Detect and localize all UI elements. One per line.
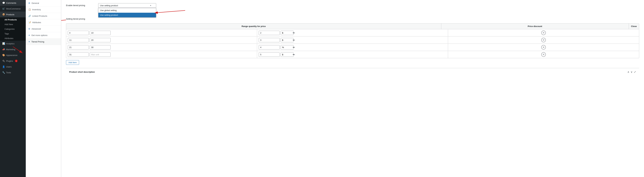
currency-wrapper-3: $ % ▾	[280, 45, 295, 49]
close-button-4[interactable]: ✕	[541, 52, 546, 57]
sidebar: 💬 Comments 🛒 WooCommerce 📦 Products All …	[0, 0, 26, 177]
sidebar-item-products[interactable]: 📦 Products	[0, 11, 26, 17]
range-to-input-1[interactable]	[90, 31, 110, 35]
sidebar-item-users[interactable]: 👤 Users	[0, 64, 26, 70]
red-arrow-dropdown	[153, 8, 188, 18]
sidebar-item-appearance[interactable]: 🎨 Appearance	[0, 52, 26, 58]
range-cell-3	[66, 44, 257, 51]
table-row: $ % ▾ ✕	[66, 36, 639, 44]
products-submenu: All Products Add New Categories Tags Att…	[0, 17, 26, 41]
users-icon: 👤	[2, 65, 5, 68]
sidebar-item-analytics[interactable]: 📊 Analytics	[0, 41, 26, 46]
tiered-pricing-tab-icon: ✦	[28, 40, 30, 43]
get-more-options-tab-icon: ✦	[28, 34, 30, 36]
plugins-icon: 🔌	[2, 60, 5, 62]
tab-general[interactable]: ⚙ General	[26, 0, 61, 6]
sidebar-item-all-products[interactable]: All Products	[0, 17, 26, 22]
sidebar-item-tags[interactable]: Tags	[0, 31, 26, 36]
sidebar-item-woocommerce[interactable]: 🛒 WooCommerce	[0, 6, 26, 11]
th-range: Range quantity for price	[66, 23, 441, 29]
range-cell-2	[66, 37, 257, 44]
tab-get-more-options[interactable]: ✦ Get more options	[26, 32, 61, 39]
tools-icon: 🔧	[2, 71, 5, 74]
tiered-pricing-table: Range quantity for price Price discount …	[66, 23, 639, 58]
dropdown-option-global[interactable]: Use global setting	[98, 8, 156, 13]
product-short-description-label: Product short description	[69, 71, 95, 73]
woocommerce-icon: 🛒	[2, 7, 5, 10]
linked-products-tab-icon: 🔗	[28, 15, 31, 17]
close-cell-3: ✕	[448, 44, 639, 51]
discount-input-2[interactable]	[259, 38, 280, 42]
sidebar-item-marketing[interactable]: 📣 Marketing	[0, 46, 26, 52]
range-cell-1	[66, 29, 257, 36]
currency-select-4[interactable]: $ %	[280, 52, 294, 57]
tab-inventory[interactable]: 📋 Inventory	[26, 6, 61, 13]
expand-button[interactable]: ⤢	[634, 70, 636, 73]
range-cell-4	[66, 51, 257, 58]
th-close: Close	[629, 23, 639, 29]
sidebar-item-tools[interactable]: 🔧 Tools	[0, 70, 26, 75]
advanced-tab-icon: ⚙	[28, 28, 30, 30]
tab-linked-products[interactable]: 🔗 Linked Products	[26, 13, 61, 19]
range-from-input-4[interactable]	[68, 52, 89, 57]
tiered-pricing-panel: Enable tiered pricing Use setting produc…	[61, 0, 644, 177]
currency-wrapper-2: $ % ▾	[280, 38, 295, 42]
discount-input-4[interactable]	[259, 52, 280, 57]
tiered-pricing-dropdown-trigger[interactable]: Use setting product ▾	[98, 3, 156, 8]
product-short-description-bar: Product short description ∧ ∨ ⤢	[66, 68, 639, 76]
inventory-tab-icon: 📋	[28, 8, 31, 11]
collapse-up-button[interactable]: ∧	[628, 70, 629, 73]
product-tabs-panel: ⚙ General 📋 Inventory 🔗 Linked Products …	[26, 0, 61, 177]
appearance-icon: 🎨	[2, 54, 5, 56]
enable-tiered-pricing-row: Enable tiered pricing Use setting produc…	[66, 3, 639, 8]
range-from-input-3[interactable]	[68, 45, 89, 49]
table-row: $ % ▾ ✕	[66, 51, 639, 58]
svg-line-1	[154, 10, 185, 13]
tab-advanced[interactable]: ⚙ Advanced	[26, 26, 61, 32]
content-area: ⚙ General 📋 Inventory 🔗 Linked Products …	[26, 0, 644, 177]
analytics-icon: 📊	[2, 42, 5, 45]
close-button-2[interactable]: ✕	[541, 38, 546, 42]
currency-select-3[interactable]: $ %	[280, 45, 294, 49]
close-cell-2: ✕	[448, 36, 639, 44]
range-from-input-1[interactable]	[68, 31, 89, 35]
tiered-pricing-dropdown-menu: Use global setting Use setting product	[98, 8, 156, 17]
dropdown-current-value: Use setting product	[100, 4, 118, 7]
currency-select-1[interactable]: $ %	[280, 31, 294, 35]
range-to-input-4[interactable]	[90, 52, 110, 57]
sidebar-item-attributes[interactable]: Attributes	[0, 36, 26, 41]
range-to-input-2[interactable]	[90, 38, 110, 42]
collapse-down-button[interactable]: ∨	[631, 70, 632, 73]
sidebar-item-comments[interactable]: 💬 Comments	[0, 0, 26, 6]
th-discount: Price discount	[441, 23, 629, 29]
range-from-input-2[interactable]	[68, 38, 89, 42]
currency-select-2[interactable]: $ %	[280, 38, 294, 42]
tab-tiered-pricing[interactable]: ✦ Tiered Pricing	[26, 39, 61, 45]
sidebar-item-categories[interactable]: Categories	[0, 27, 26, 31]
add-item-button[interactable]: Add item	[66, 60, 79, 65]
price-cell-4: $ % ▾	[257, 51, 448, 58]
dropdown-option-product[interactable]: Use setting product	[98, 13, 156, 17]
attributes-tab-icon: 📝	[28, 21, 31, 24]
discount-input-3[interactable]	[259, 45, 280, 49]
price-cell-1: $ % ▾	[257, 29, 448, 36]
price-cell-2: $ % ▾	[257, 37, 448, 44]
sidebar-item-plugins[interactable]: 🔌 Plugins 1	[0, 58, 26, 64]
comments-icon: 💬	[2, 1, 5, 4]
table-row: $ % ▾ ✕	[66, 44, 639, 51]
price-cell-3: $ % ▾	[257, 44, 448, 51]
main-area: ⚙ General 📋 Inventory 🔗 Linked Products …	[26, 0, 644, 177]
close-cell-1: ✕	[448, 29, 639, 36]
setting-tiered-pricing-label: Setting tiered pricing	[66, 17, 98, 20]
close-button-1[interactable]: ✕	[541, 30, 546, 35]
range-to-input-3[interactable]	[90, 45, 110, 49]
currency-wrapper-1: $ % ▾	[280, 31, 295, 35]
discount-input-1[interactable]	[259, 31, 280, 35]
marketing-icon: 📣	[2, 48, 5, 51]
close-cell-4: ✕	[448, 51, 639, 58]
general-tab-icon: ⚙	[28, 2, 30, 4]
products-icon: 📦	[2, 13, 5, 16]
close-button-3[interactable]: ✕	[541, 45, 546, 49]
tab-attributes[interactable]: 📝 Attributes	[26, 19, 61, 26]
sidebar-item-add-new[interactable]: Add New	[0, 22, 26, 27]
